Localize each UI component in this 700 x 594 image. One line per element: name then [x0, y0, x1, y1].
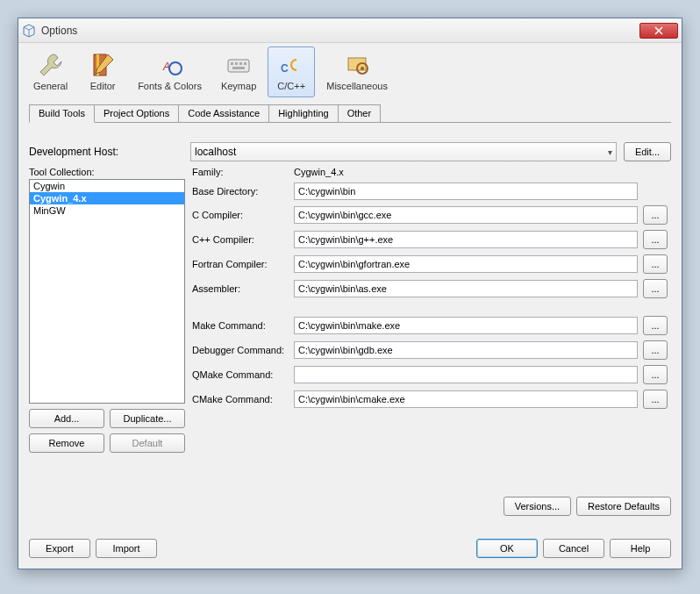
content-area: Build Tools Project Options Code Assista… [18, 97, 682, 569]
category-fonts-colors[interactable]: A Fonts & Colors [130, 47, 210, 97]
make-browse-button[interactable]: ... [643, 316, 668, 335]
app-icon [22, 24, 36, 38]
cmake-label: CMake Command: [192, 394, 289, 404]
restore-defaults-button[interactable]: Restore Defaults [576, 497, 671, 516]
make-label: Make Command: [192, 320, 289, 331]
category-toolbar: General Editor A Fonts & Colors Keymap C… [18, 43, 682, 97]
svg-rect-8 [244, 62, 246, 65]
svg-rect-5 [231, 62, 233, 65]
ccomp-browse-button[interactable]: ... [643, 205, 668, 225]
tab-project-options[interactable]: Project Options [94, 104, 179, 123]
dbg-label: Debugger Command: [192, 345, 289, 355]
svg-point-3 [169, 62, 182, 75]
ccomp-field[interactable] [294, 206, 638, 224]
svg-rect-4 [228, 60, 249, 72]
dev-host-row: Development Host: localhost ▾ Edit... [29, 142, 671, 161]
category-ccpp[interactable]: C C/C++ [268, 47, 315, 97]
titlebar: Options [18, 18, 682, 43]
asm-field[interactable] [294, 280, 638, 297]
svg-text:C: C [281, 62, 289, 75]
default-button: Default [110, 433, 185, 453]
dbg-browse-button[interactable]: ... [643, 340, 668, 360]
qmake-field[interactable] [294, 366, 638, 383]
editor-icon [89, 51, 117, 79]
import-button[interactable]: Import [96, 539, 157, 558]
category-miscellaneous[interactable]: Miscellaneous [318, 47, 396, 97]
export-button[interactable]: Export [29, 539, 90, 558]
ok-button[interactable]: OK [476, 539, 538, 558]
misc-icon [343, 51, 371, 79]
cmake-browse-button[interactable]: ... [643, 390, 668, 409]
cpp-field[interactable] [294, 231, 638, 248]
edit-host-button[interactable]: Edit... [624, 142, 671, 161]
family-value: Cygwin_4.x [294, 167, 638, 177]
remove-button[interactable]: Remove [29, 433, 104, 453]
category-general[interactable]: General [25, 47, 75, 97]
add-button[interactable]: Add... [29, 409, 104, 428]
cancel-button[interactable]: Cancel [543, 539, 604, 558]
wrench-icon [37, 51, 65, 79]
ccomp-label: C Compiler: [192, 210, 289, 220]
fortran-browse-button[interactable]: ... [643, 254, 668, 274]
window-title: Options [41, 25, 639, 37]
dbg-field[interactable] [294, 341, 638, 359]
qmake-browse-button[interactable]: ... [643, 365, 668, 384]
ccpp-icon: C [277, 51, 305, 79]
versions-button[interactable]: Versions... [504, 497, 571, 516]
fortran-label: Fortran Compiler: [192, 259, 289, 269]
basedir-label: Base Directory: [192, 186, 289, 197]
cpp-browse-button[interactable]: ... [643, 230, 668, 249]
tab-code-assistance[interactable]: Code Assistance [178, 104, 269, 123]
fonts-colors-icon: A [156, 51, 184, 79]
tool-collection-list[interactable]: Cygwin Cygwin_4.x MinGW [29, 179, 185, 404]
help-button[interactable]: Help [610, 539, 671, 558]
category-editor[interactable]: Editor [79, 47, 126, 97]
tab-highlighting[interactable]: Highlighting [268, 104, 338, 123]
asm-browse-button[interactable]: ... [643, 279, 668, 298]
duplicate-button[interactable]: Duplicate... [110, 409, 185, 428]
keymap-icon [225, 51, 253, 79]
tool-collection-label: Tool Collection: [29, 167, 185, 177]
sub-tabs: Build Tools Project Options Code Assista… [29, 104, 671, 123]
cpp-label: C++ Compiler: [192, 234, 289, 245]
make-field[interactable] [294, 317, 638, 334]
svg-rect-9 [232, 67, 245, 69]
fortran-field[interactable] [294, 255, 638, 273]
tab-build-tools[interactable]: Build Tools [29, 104, 95, 123]
options-window: Options General Editor A Fonts & Colors … [18, 18, 682, 569]
list-item[interactable]: Cygwin [30, 180, 184, 192]
list-item[interactable]: Cygwin_4.x [30, 192, 184, 204]
family-label: Family: [192, 167, 289, 177]
chevron-down-icon: ▾ [608, 147, 612, 157]
dev-host-select[interactable]: localhost ▾ [190, 142, 617, 161]
close-button[interactable] [639, 23, 678, 39]
qmake-label: QMake Command: [192, 369, 289, 380]
list-item[interactable]: MinGW [30, 204, 184, 217]
basedir-field [294, 182, 638, 200]
category-keymap[interactable]: Keymap [213, 47, 264, 97]
svg-rect-7 [239, 62, 242, 65]
cmake-field[interactable] [294, 390, 638, 408]
asm-label: Assembler: [192, 283, 289, 294]
svg-point-13 [361, 67, 364, 70]
dev-host-label: Development Host: [29, 146, 190, 158]
svg-rect-6 [235, 62, 238, 65]
tab-other[interactable]: Other [338, 104, 382, 123]
